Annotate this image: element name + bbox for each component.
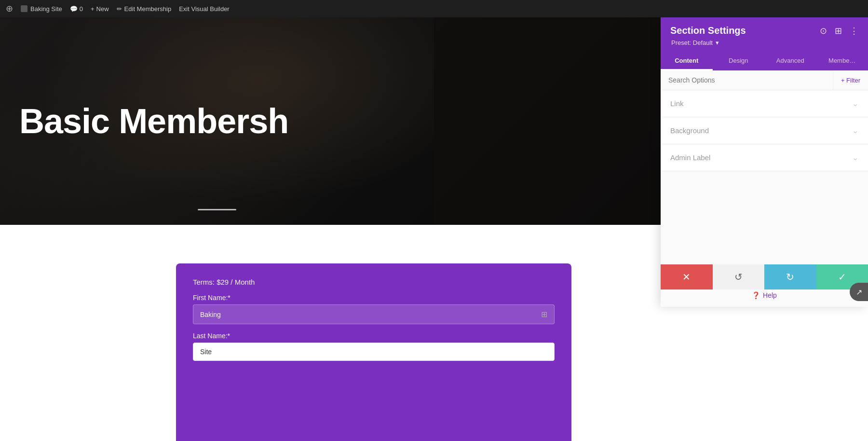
- hero-title: Basic Membersh: [0, 101, 434, 141]
- membership-form: Terms: $29 / Month First Name:* Baking ⊞…: [176, 263, 571, 441]
- panel-search: + Filter: [661, 70, 868, 90]
- panel-header: Section Settings ⊙ ⊞ ⋮ Preset: Default ▾: [661, 17, 868, 52]
- tab-design[interactable]: Design: [713, 52, 765, 70]
- cancel-button[interactable]: ✕: [661, 264, 713, 289]
- preset-arrow: ▾: [716, 39, 719, 46]
- comments-icon: 💬: [70, 5, 78, 13]
- edit-icon: ✏: [117, 5, 122, 13]
- site-name[interactable]: Baking Site: [21, 5, 62, 13]
- panel-title: Section Settings: [670, 25, 746, 36]
- link-chevron-icon: ⌄: [852, 99, 858, 108]
- filter-button[interactable]: + Filter: [833, 71, 868, 90]
- exit-visual-builder-link[interactable]: Exit Visual Builder: [179, 5, 230, 13]
- wordpress-logo-icon: ⊕: [6, 3, 13, 14]
- filter-label: + Filter: [841, 77, 860, 84]
- layout-icon[interactable]: ⊞: [835, 26, 842, 36]
- help-label: Help: [763, 291, 777, 299]
- hero-section: Basic Membersh: [0, 17, 434, 225]
- last-name-input[interactable]: Site: [193, 343, 555, 361]
- slide-dot: [198, 209, 236, 210]
- tab-content[interactable]: Content: [661, 52, 713, 70]
- edit-label: Edit Membership: [124, 5, 172, 13]
- hero-slide-indicator: [198, 209, 236, 210]
- terms-text: Terms: $29 / Month: [193, 278, 555, 286]
- admin-label-label: Admin Label: [670, 153, 710, 162]
- tab-member-label: Membe…: [828, 57, 855, 64]
- help-icon: ❓: [752, 291, 760, 299]
- first-name-input[interactable]: Baking ⊞: [193, 304, 555, 324]
- exit-label: Exit Visual Builder: [179, 5, 230, 13]
- tab-advanced-label: Advanced: [776, 57, 804, 64]
- background-chevron-icon: ⌄: [852, 126, 858, 135]
- cancel-icon: ✕: [682, 271, 691, 283]
- accordion-background[interactable]: Background ⌄: [661, 117, 868, 144]
- link-label: Link: [670, 99, 684, 108]
- last-name-value: Site: [200, 348, 212, 356]
- section-settings-panel: Section Settings ⊙ ⊞ ⋮ Preset: Default ▾…: [661, 17, 868, 307]
- more-options-icon[interactable]: ⋮: [850, 26, 858, 36]
- tab-advanced[interactable]: Advanced: [764, 52, 816, 70]
- panel-title-row: Section Settings ⊙ ⊞ ⋮: [670, 25, 858, 36]
- new-button[interactable]: + New: [91, 5, 109, 13]
- input-icon: ⊞: [541, 310, 547, 319]
- panel-icons: ⊙ ⊞ ⋮: [820, 26, 858, 36]
- new-icon: +: [91, 5, 95, 13]
- undo-button[interactable]: ↺: [713, 264, 765, 289]
- site-icon: [21, 5, 27, 12]
- redo-icon: ↻: [786, 271, 794, 283]
- admin-label-chevron-icon: ⌄: [852, 153, 858, 162]
- save-icon: ✓: [838, 271, 846, 283]
- undo-icon: ↺: [734, 271, 743, 283]
- comments-link[interactable]: 💬 0: [70, 5, 83, 13]
- accordion-admin-label[interactable]: Admin Label ⌄: [661, 144, 868, 171]
- last-name-label: Last Name:*: [193, 332, 555, 340]
- background-label: Background: [670, 126, 709, 135]
- edit-membership-link[interactable]: ✏ Edit Membership: [117, 5, 172, 13]
- panel-tabs: Content Design Advanced Membe…: [661, 52, 868, 70]
- panel-preset[interactable]: Preset: Default ▾: [670, 39, 858, 46]
- redo-button[interactable]: ↻: [764, 264, 816, 289]
- tab-member[interactable]: Membe…: [816, 52, 868, 70]
- focus-mode-icon[interactable]: ⊙: [820, 26, 827, 36]
- preset-label: Preset: Default: [671, 39, 713, 46]
- float-arrow-icon: ↗: [856, 288, 862, 297]
- first-name-label: First Name:*: [193, 294, 555, 302]
- tab-content-label: Content: [675, 57, 698, 64]
- first-name-value: Baking: [200, 311, 221, 318]
- search-input[interactable]: [661, 70, 833, 90]
- site-name-label: Baking Site: [30, 5, 62, 13]
- admin-bar: ⊕ Baking Site 💬 0 + New ✏ Edit Membershi…: [0, 0, 868, 17]
- comments-count: 0: [80, 5, 83, 13]
- page-content: Basic Membersh Terms: $29 / Month First …: [0, 17, 868, 441]
- tab-design-label: Design: [729, 57, 748, 64]
- action-buttons: ✕ ↺ ↻ ✓: [661, 264, 868, 289]
- float-arrow-button[interactable]: ↗: [850, 283, 868, 301]
- new-label: New: [96, 5, 109, 13]
- accordion-link[interactable]: Link ⌄: [661, 90, 868, 117]
- panel-body: Link ⌄ Background ⌄ Admin Label ⌄: [661, 90, 868, 283]
